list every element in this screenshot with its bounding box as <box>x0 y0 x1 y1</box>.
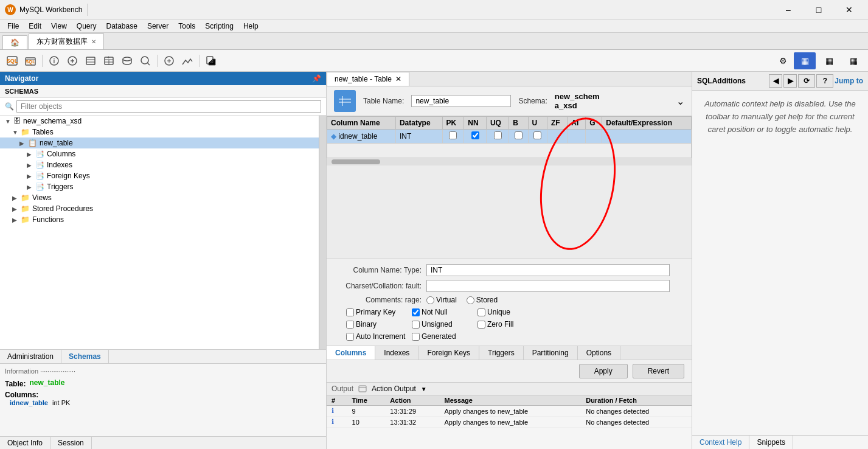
menu-tools[interactable]: Tools <box>173 21 200 32</box>
charset-input[interactable] <box>426 280 670 292</box>
menu-scripting[interactable]: Scripting <box>200 21 238 32</box>
auto-increment-label[interactable]: Auto Increment <box>346 332 407 341</box>
un-checkbox[interactable] <box>533 131 541 139</box>
table-tab-close[interactable]: ✕ <box>395 75 401 83</box>
pk-checkbox[interactable] <box>449 131 457 139</box>
tree-views[interactable]: ▶ 📁 Views <box>0 192 319 203</box>
not-null-checkbox[interactable] <box>412 308 420 316</box>
filter-input[interactable] <box>16 100 321 113</box>
tab-partitioning[interactable]: Partitioning <box>524 346 578 360</box>
unsigned-label[interactable]: Unsigned <box>412 320 473 329</box>
layout-btn3[interactable]: ▦ <box>842 52 864 69</box>
generated-label[interactable]: Generated <box>412 332 473 341</box>
tree-foreign-keys[interactable]: ▶ 📑 Foreign Keys <box>0 170 319 181</box>
binary-label[interactable]: Binary <box>346 320 407 329</box>
minimize-button[interactable]: – <box>774 0 802 19</box>
maximize-button[interactable]: □ <box>805 0 833 19</box>
settings-btn[interactable]: ⚙ <box>774 52 791 69</box>
query-btn[interactable] <box>137 52 154 69</box>
primary-key-checkbox[interactable] <box>346 308 354 316</box>
tab-columns[interactable]: Columns <box>327 346 375 360</box>
sql-back-btn[interactable]: ◀ <box>769 74 782 88</box>
layout-btn2[interactable]: ▦ <box>818 52 840 69</box>
virtual-radio-label[interactable]: Virtual <box>426 296 457 304</box>
db-tab[interactable]: 东方财富数据库 ✕ <box>29 33 104 49</box>
menu-help[interactable]: Help <box>238 21 263 32</box>
col-uq-cell[interactable] <box>486 130 509 144</box>
col-datatype-cell[interactable]: INT <box>395 130 442 144</box>
unique-label[interactable]: Unique <box>477 308 538 316</box>
tree-indexes[interactable]: ▶ 📑 Indexes <box>0 159 319 170</box>
col-zf-cell[interactable] <box>547 130 567 144</box>
col-table-hscroll[interactable] <box>327 158 692 165</box>
new-connection-btn[interactable]: SQL <box>4 52 21 69</box>
pin-icon[interactable]: 📌 <box>312 74 321 83</box>
col-name-input[interactable] <box>426 264 670 276</box>
tree-functions[interactable]: ▶ 📁 Functions <box>0 214 319 225</box>
table-row[interactable]: ◆ idnew_table INT <box>327 130 692 144</box>
tab-triggers[interactable]: Triggers <box>479 346 524 360</box>
tab-indexes[interactable]: Indexes <box>375 346 418 360</box>
menu-query[interactable]: Query <box>72 21 102 32</box>
tree-new-table[interactable]: ▶ 📋 new_table <box>0 137 319 148</box>
nav-scrollbar[interactable] <box>319 116 326 349</box>
create-schema-btn[interactable] <box>64 52 81 69</box>
binary-checkbox[interactable] <box>346 321 354 329</box>
session-tab[interactable]: Session <box>50 437 92 449</box>
new-table-btn[interactable]: + <box>100 52 117 69</box>
virtual-radio[interactable] <box>426 296 434 304</box>
import-btn[interactable] <box>203 52 220 69</box>
nn-checkbox[interactable] <box>471 131 479 139</box>
sql-refresh-btn[interactable]: ⟳ <box>798 74 815 88</box>
auto-increment-checkbox[interactable] <box>346 333 354 341</box>
menu-server[interactable]: Server <box>142 21 173 32</box>
stored-radio-label[interactable]: Stored <box>467 296 498 304</box>
menu-database[interactable]: Database <box>102 21 142 32</box>
col-ai-cell[interactable] <box>568 130 586 144</box>
schemas-tab[interactable]: Schemas <box>61 350 109 363</box>
tree-stored-procedures[interactable]: ▶ 📁 Stored Procedures <box>0 203 319 214</box>
layout-btn1[interactable]: ▦ <box>794 52 816 69</box>
tree-triggers[interactable]: ▶ 📑 Triggers <box>0 181 319 192</box>
admin-tab[interactable]: Administration <box>0 350 61 363</box>
zero-fill-label[interactable]: Zero Fill <box>477 320 538 329</box>
b-checkbox[interactable] <box>515 131 523 139</box>
obj-info-tab[interactable]: Object Info <box>0 437 50 449</box>
col-un-cell[interactable] <box>528 130 547 144</box>
col-b-cell[interactable] <box>509 130 528 144</box>
tab-options[interactable]: Options <box>578 346 620 360</box>
open-btn[interactable]: SQL <box>22 52 39 69</box>
apply-button[interactable]: Apply <box>579 364 628 378</box>
connection-tab[interactable]: 🏠 <box>2 35 27 49</box>
context-help-tab[interactable]: Context Help <box>692 436 749 449</box>
col-nn-cell[interactable] <box>464 130 487 144</box>
table-editor-tab[interactable]: new_table - Table ✕ <box>327 72 409 86</box>
alter-table-btn[interactable] <box>82 52 99 69</box>
snippets-tab[interactable]: Snippets <box>749 436 793 449</box>
stored-radio[interactable] <box>467 296 474 304</box>
table-row-empty[interactable] <box>327 144 692 158</box>
sql-help-btn[interactable]: ? <box>816 74 833 88</box>
tree-tables-folder[interactable]: ▼ 📁 Tables <box>0 127 319 137</box>
not-null-label[interactable]: Not Null <box>412 308 473 316</box>
jump-to-label[interactable]: Jump to <box>835 77 863 85</box>
revert-button[interactable]: Revert <box>633 364 684 378</box>
tree-columns[interactable]: ▶ 📑 Columns <box>0 148 319 159</box>
sql-forward-btn[interactable]: ▶ <box>783 74 797 88</box>
close-button[interactable]: ✕ <box>835 0 863 19</box>
uq-checkbox[interactable] <box>494 131 502 139</box>
inspector-btn[interactable]: i <box>46 52 63 69</box>
col-default-cell[interactable] <box>602 130 692 144</box>
tab-foreign-keys[interactable]: Foreign Keys <box>418 346 479 360</box>
table-name-input[interactable] <box>411 95 511 107</box>
admin-btn[interactable] <box>161 52 178 69</box>
menu-file[interactable]: File <box>2 21 24 32</box>
menu-edit[interactable]: Edit <box>24 21 46 32</box>
collapse-btn[interactable]: ⌄ <box>676 96 684 107</box>
primary-key-label[interactable]: Primary Key <box>346 308 407 316</box>
unique-checkbox[interactable] <box>477 308 485 316</box>
col-g-cell[interactable] <box>586 130 602 144</box>
performance-btn[interactable] <box>179 52 196 69</box>
col-pk-cell[interactable] <box>442 130 464 144</box>
unsigned-checkbox[interactable] <box>412 321 420 329</box>
